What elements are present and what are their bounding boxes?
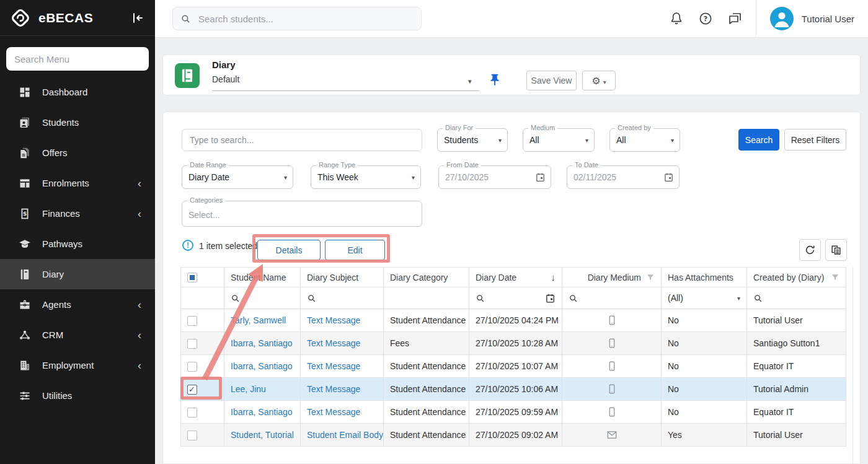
table-row[interactable]: Ibarra, SantiagoText MessageFees27/10/20… bbox=[181, 332, 846, 355]
row-checkbox-cell[interactable] bbox=[181, 332, 224, 355]
calendar-icon[interactable] bbox=[663, 172, 674, 183]
sidebar-collapse-icon[interactable] bbox=[130, 11, 145, 25]
sidebar-item-students[interactable]: Students bbox=[0, 107, 155, 138]
diary-subject-cell[interactable]: Text Message bbox=[301, 378, 384, 401]
from-date-field[interactable]: From Date 27/10/2025 bbox=[438, 165, 551, 189]
student-link[interactable]: Ibarra, Santiago bbox=[231, 338, 293, 348]
view-select-value[interactable]: Default bbox=[212, 74, 239, 84]
sidebar-item-utilities[interactable]: Utilities bbox=[0, 380, 155, 411]
refresh-button[interactable] bbox=[799, 239, 821, 261]
row-checkbox[interactable] bbox=[187, 408, 197, 418]
subject-link[interactable]: Text Message bbox=[307, 361, 360, 371]
column-header-medium[interactable]: Diary Medium bbox=[562, 268, 662, 287]
filter-cell-date[interactable] bbox=[469, 287, 562, 309]
filter-funnel-icon[interactable] bbox=[646, 273, 655, 282]
filter-cell-select[interactable] bbox=[181, 287, 224, 309]
row-checkbox-cell[interactable] bbox=[181, 355, 224, 378]
diary-search-input[interactable] bbox=[182, 129, 422, 151]
bell-icon[interactable] bbox=[669, 11, 684, 26]
sidebar-item-finances[interactable]: $Finances‹ bbox=[0, 198, 155, 229]
diary-subject-cell[interactable]: Text Message bbox=[301, 332, 384, 355]
row-checkbox-cell[interactable] bbox=[181, 309, 224, 332]
student-name-cell[interactable]: Tarly, Samwell bbox=[224, 309, 301, 332]
date-range-select[interactable]: Date Range Diary Date ▾ bbox=[182, 165, 293, 189]
chevron-down-icon[interactable]: ▾ bbox=[468, 77, 472, 85]
pin-icon[interactable] bbox=[488, 73, 502, 87]
column-header-student[interactable]: Student Name bbox=[224, 268, 301, 287]
row-checkbox[interactable] bbox=[187, 385, 197, 395]
row-checkbox-cell[interactable] bbox=[181, 401, 224, 424]
diary-subject-cell[interactable]: Text Message bbox=[301, 309, 384, 332]
details-button[interactable]: Details bbox=[257, 240, 321, 260]
calendar-icon[interactable] bbox=[535, 172, 546, 183]
save-view-button[interactable]: Save View bbox=[526, 71, 577, 90]
table-row[interactable]: Ibarra, SantiagoText MessageStudent Atte… bbox=[181, 355, 846, 378]
range-type-select[interactable]: Range Type This Week ▾ bbox=[311, 165, 421, 189]
diary-for-select[interactable]: Diary For Students ▾ bbox=[437, 128, 508, 152]
filter-cell-created_by[interactable] bbox=[747, 287, 846, 309]
student-name-cell[interactable]: Lee, Jinu bbox=[224, 378, 301, 401]
table-row[interactable]: Student, TutorialStudent Email BodyStude… bbox=[181, 424, 846, 447]
filter-cell-subject[interactable] bbox=[301, 287, 384, 309]
column-header-subject[interactable]: Diary Subject bbox=[301, 268, 384, 287]
filter-cell-student[interactable] bbox=[224, 287, 301, 309]
diary-subject-cell[interactable]: Text Message bbox=[301, 401, 384, 424]
student-link[interactable]: Lee, Jinu bbox=[231, 384, 266, 394]
student-link[interactable]: Ibarra, Santiago bbox=[231, 407, 293, 417]
student-name-cell[interactable]: Ibarra, Santiago bbox=[224, 332, 301, 355]
settings-gear-button[interactable]: ⚙▾ bbox=[582, 71, 616, 90]
search-button[interactable]: Search bbox=[738, 129, 779, 151]
sidebar-item-offers[interactable]: Offers bbox=[0, 138, 155, 168]
row-checkbox-cell[interactable] bbox=[181, 424, 224, 447]
student-link[interactable]: Tarly, Samwell bbox=[231, 315, 286, 325]
student-name-cell[interactable]: Ibarra, Santiago bbox=[224, 355, 301, 378]
reset-filters-button[interactable]: Reset Filters bbox=[784, 129, 846, 151]
filter-cell-attachments[interactable]: (All)▾ bbox=[662, 287, 747, 309]
sidebar-item-employment[interactable]: Employment‹ bbox=[0, 350, 155, 380]
sidebar-item-agents[interactable]: Agents‹ bbox=[0, 289, 155, 320]
student-search[interactable] bbox=[172, 7, 422, 30]
export-button[interactable] bbox=[825, 239, 847, 261]
student-name-cell[interactable]: Student, Tutorial bbox=[224, 424, 301, 447]
sidebar-item-crm[interactable]: CRM‹ bbox=[0, 320, 155, 350]
sidebar-item-dashboard[interactable]: Dashboard bbox=[0, 77, 155, 107]
column-header-category[interactable]: Diary Category bbox=[384, 268, 469, 287]
subject-link[interactable]: Text Message bbox=[307, 384, 360, 394]
sort-desc-icon[interactable]: ↓ bbox=[551, 272, 556, 282]
row-checkbox[interactable] bbox=[187, 431, 197, 440]
edit-button[interactable]: Edit bbox=[325, 240, 385, 260]
select-all-checkbox[interactable] bbox=[187, 273, 197, 282]
row-checkbox[interactable] bbox=[187, 316, 197, 326]
column-header-created_by[interactable]: Created by (Diary) bbox=[747, 268, 846, 287]
diary-subject-cell[interactable]: Student Email Body bbox=[301, 424, 384, 447]
help-icon[interactable]: ? bbox=[698, 11, 713, 26]
subject-link[interactable]: Text Message bbox=[307, 315, 360, 325]
row-checkbox-cell[interactable] bbox=[181, 378, 224, 401]
filter-funnel-icon[interactable] bbox=[831, 273, 839, 282]
row-checkbox[interactable] bbox=[187, 339, 197, 349]
subject-link[interactable]: Text Message bbox=[307, 338, 360, 348]
column-header-select[interactable] bbox=[181, 268, 224, 287]
sidebar-search-input[interactable] bbox=[6, 47, 149, 71]
student-search-input[interactable] bbox=[197, 13, 414, 25]
to-date-field[interactable]: To Date 02/11/2025 bbox=[567, 165, 680, 189]
avatar[interactable] bbox=[770, 7, 794, 30]
column-header-attachments[interactable]: Has Attachments bbox=[662, 268, 747, 287]
sidebar-item-pathways[interactable]: Pathways bbox=[0, 229, 155, 259]
subject-link[interactable]: Text Message bbox=[307, 407, 360, 417]
filter-cell-medium[interactable] bbox=[562, 287, 662, 309]
table-row[interactable]: Ibarra, SantiagoText MessageStudent Atte… bbox=[181, 401, 846, 424]
categories-select[interactable]: Categories Select... bbox=[182, 201, 422, 227]
table-row[interactable]: Lee, JinuText MessageStudent Attendance2… bbox=[181, 378, 846, 401]
table-row[interactable]: Tarly, SamwellText MessageStudent Attend… bbox=[181, 309, 846, 332]
column-header-date[interactable]: Diary Date↓ bbox=[469, 268, 562, 287]
sidebar-item-diary[interactable]: Diary bbox=[0, 259, 155, 289]
student-name-cell[interactable]: Ibarra, Santiago bbox=[224, 401, 301, 424]
row-checkbox[interactable] bbox=[187, 362, 197, 372]
medium-select[interactable]: Medium All ▾ bbox=[523, 128, 595, 152]
subject-link[interactable]: Student Email Body bbox=[307, 430, 383, 440]
calendar-icon[interactable] bbox=[545, 293, 556, 304]
diary-subject-cell[interactable]: Text Message bbox=[301, 355, 384, 378]
sidebar-item-enrolments[interactable]: Enrolments‹ bbox=[0, 168, 155, 198]
created-by-select[interactable]: Created by All ▾ bbox=[609, 128, 680, 152]
